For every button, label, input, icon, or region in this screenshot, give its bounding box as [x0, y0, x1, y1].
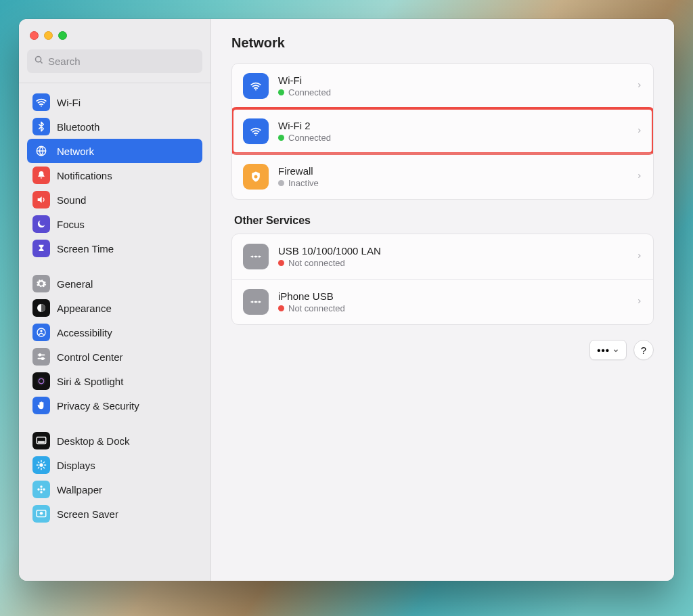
shield-icon: [243, 164, 269, 190]
row-title: Wi-Fi 2: [278, 120, 627, 131]
svg-point-32: [40, 512, 43, 515]
sidebar-item-privacy[interactable]: Privacy & Security: [27, 393, 202, 418]
footer-controls: ••• ?: [231, 340, 654, 360]
wifi-icon: [243, 73, 269, 99]
sidebar-item-label: Control Center: [57, 351, 123, 363]
sidebar-item-network[interactable]: Network: [27, 139, 202, 163]
row-status-text: Not connected: [288, 258, 345, 268]
sidebar-item-wallpaper[interactable]: Wallpaper: [27, 477, 202, 502]
sidebar-item-label: Privacy & Security: [57, 400, 139, 412]
row-status: Connected: [278, 133, 627, 143]
sidebar-item-bluetooth[interactable]: Bluetooth: [27, 114, 202, 139]
sidebar-item-label: Desktop & Dock: [57, 435, 130, 447]
other-services-panel: USB 10/100/1000 LANNot connectediPhone U…: [231, 234, 654, 325]
status-dot-icon: [278, 180, 284, 186]
row-status: Connected: [278, 87, 627, 97]
bell-icon: [32, 167, 50, 184]
sidebar-item-general[interactable]: General: [27, 271, 202, 296]
svg-point-10: [42, 357, 44, 359]
chevron-right-icon: [636, 125, 642, 139]
network-row-wifi1[interactable]: Wi-FiConnected: [232, 64, 653, 108]
sidebar-item-screensaver[interactable]: Screen Saver: [27, 502, 202, 526]
sidebar-item-label: Siri & Spotlight: [57, 376, 123, 387]
sidebar: Wi-FiBluetoothNetworkNotificationsSoundF…: [19, 19, 211, 581]
ethernet-icon: [243, 244, 269, 269]
search-icon: [34, 55, 44, 68]
sidebar-item-wifi[interactable]: Wi-Fi: [27, 90, 202, 114]
row-status: Not connected: [278, 258, 627, 268]
search-input[interactable]: [48, 56, 196, 67]
siri-icon: [32, 372, 50, 390]
network-row-usblan[interactable]: USB 10/100/1000 LANNot connected: [232, 234, 653, 279]
svg-point-2: [41, 106, 42, 107]
network-row-iphoneusb[interactable]: iPhone USBNot connected: [232, 279, 653, 324]
switches-icon: [32, 348, 50, 366]
svg-line-25: [43, 462, 44, 462]
hourglass-icon: [32, 240, 50, 257]
svg-point-33: [255, 89, 256, 91]
svg-point-28: [40, 491, 42, 493]
chevron-down-icon: [612, 345, 619, 356]
sidebar-item-sound[interactable]: Sound: [27, 188, 202, 212]
sidebar-item-displays[interactable]: Displays: [27, 453, 202, 477]
svg-point-30: [43, 488, 45, 490]
appearance-icon: [32, 299, 50, 317]
globe-icon: [32, 142, 50, 160]
search-field[interactable]: [27, 49, 202, 73]
wifi-icon: [243, 118, 269, 144]
sidebar-item-label: Sound: [57, 194, 86, 206]
minimize-window-button[interactable]: [44, 31, 53, 40]
sidebar-item-label: Screen Saver: [57, 508, 118, 520]
help-icon: ?: [641, 345, 646, 356]
row-status: Not connected: [278, 303, 627, 313]
page-title: Network: [231, 35, 654, 51]
svg-rect-16: [38, 441, 45, 443]
screensaver-icon: [32, 505, 50, 523]
svg-line-24: [38, 467, 39, 468]
sidebar-item-accessibility[interactable]: Accessibility: [27, 320, 202, 345]
sidebar-item-label: Accessibility: [57, 327, 112, 338]
status-dot-icon: [278, 305, 284, 311]
more-options-button[interactable]: •••: [589, 340, 627, 360]
settings-window: Wi-FiBluetoothNetworkNotificationsSoundF…: [19, 19, 674, 581]
help-button[interactable]: ?: [633, 340, 654, 360]
sidebar-item-label: Network: [57, 146, 94, 157]
svg-point-17: [39, 463, 43, 466]
sidebar-item-controlcenter[interactable]: Control Center: [27, 345, 202, 369]
zoom-window-button[interactable]: [58, 31, 67, 40]
sidebar-item-label: Displays: [57, 460, 95, 471]
svg-point-8: [39, 354, 41, 356]
bluetooth-icon: [32, 118, 50, 135]
chevron-right-icon: [636, 295, 642, 309]
flower-icon: [32, 481, 50, 498]
sidebar-item-notifications[interactable]: Notifications: [27, 163, 202, 188]
svg-line-22: [38, 462, 39, 462]
network-row-wifi2[interactable]: Wi-Fi 2Connected: [232, 108, 653, 154]
sidebar-item-focus[interactable]: Focus: [27, 212, 202, 236]
network-row-firewall[interactable]: FirewallInactive: [232, 154, 653, 199]
row-status: Inactive: [278, 178, 627, 188]
svg-point-34: [255, 135, 256, 136]
svg-point-11: [37, 376, 46, 386]
row-status-text: Connected: [288, 133, 331, 143]
person-icon: [32, 324, 50, 341]
sidebar-item-label: Notifications: [57, 170, 112, 181]
row-title: Wi-Fi: [278, 74, 627, 86]
close-window-button[interactable]: [30, 31, 39, 40]
svg-point-5: [37, 328, 45, 336]
sidebar-item-screentime[interactable]: Screen Time: [27, 236, 202, 261]
speaker-icon: [32, 191, 50, 208]
sidebar-item-appearance[interactable]: Appearance: [27, 296, 202, 320]
row-status-text: Not connected: [288, 303, 345, 313]
svg-point-27: [40, 485, 42, 487]
moon-icon: [32, 215, 50, 233]
sidebar-item-label: Appearance: [57, 303, 112, 314]
sidebar-item-desktop[interactable]: Desktop & Dock: [27, 428, 202, 453]
sidebar-item-siri[interactable]: Siri & Spotlight: [27, 369, 202, 393]
svg-line-1: [41, 62, 43, 64]
row-status-text: Connected: [288, 87, 331, 97]
sidebar-item-label: Bluetooth: [57, 121, 99, 133]
row-title: USB 10/100/1000 LAN: [278, 245, 627, 257]
chevron-right-icon: [636, 250, 642, 264]
status-dot-icon: [278, 89, 284, 95]
